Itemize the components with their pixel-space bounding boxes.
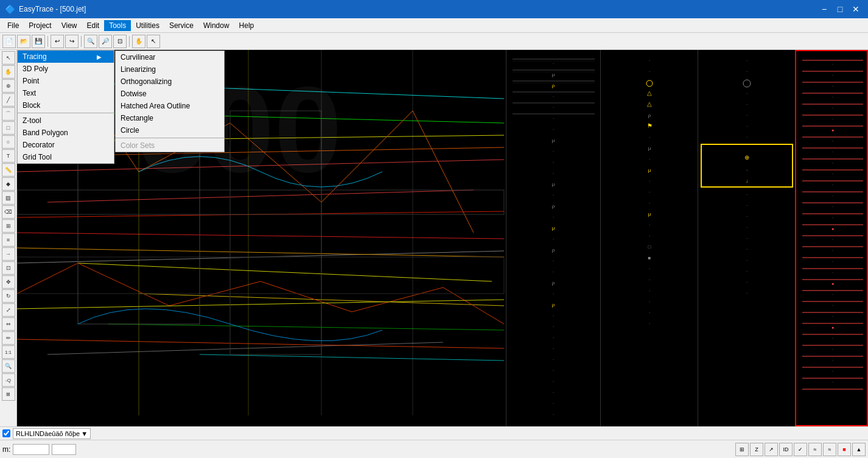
toolbar-zoom-in[interactable]: 🔍 [84, 35, 97, 48]
toolbar-select[interactable]: ↖ [147, 35, 160, 48]
menu-item-decorator[interactable]: Decorator [18, 139, 114, 151]
canvas-area[interactable]: 500 Tracing ▶ Curvilinear Linearizing Or… [17, 50, 506, 426]
bottom-icon-approx1[interactable]: ≈ [808, 443, 822, 456]
svg-text:△: △ [647, 90, 652, 96]
bottom-icon-z[interactable]: Z [750, 443, 763, 456]
menu-item-rectangle[interactable]: Rectangle [116, 112, 224, 124]
menu-utilities[interactable]: Utilities [131, 20, 164, 31]
tool-text[interactable]: T [2, 149, 15, 163]
toolbar-pan[interactable]: ✋ [132, 35, 145, 48]
svg-text:·: · [832, 84, 833, 88]
menu-window[interactable]: Window [198, 20, 234, 31]
tool-1to1[interactable]: 1:1 [2, 345, 15, 359]
svg-text:μ: μ [552, 138, 555, 143]
minimize-button[interactable]: − [817, 2, 831, 16]
close-button[interactable]: ✕ [849, 2, 863, 16]
menu-item-tracing[interactable]: Tracing ▶ Curvilinear Linearizing Orthog… [18, 51, 114, 63]
bottom-icon-square[interactable]: ■ [838, 443, 851, 456]
menu-item-ztool[interactable]: Z-tool [18, 114, 114, 127]
title-bar-controls[interactable]: − □ ✕ [817, 2, 863, 16]
tool-node[interactable]: ◆ [2, 177, 15, 191]
menu-service[interactable]: Service [164, 20, 198, 31]
bottom-icon-approx2[interactable]: ≈ [823, 443, 836, 456]
tool-line[interactable]: ╱ [2, 93, 15, 107]
menu-item-3dpoly[interactable]: 3D Poly [18, 63, 114, 75]
menu-item-orthogonalizing[interactable]: Orthogonalizing [116, 76, 224, 88]
tool-scale[interactable]: ⤢ [2, 303, 15, 317]
svg-text:·: · [553, 61, 554, 66]
svg-text:·: · [832, 62, 833, 66]
menu-item-linearizing[interactable]: Linearizing [116, 63, 224, 76]
toolbar-fit[interactable]: ⊡ [113, 35, 127, 48]
menu-edit[interactable]: Edit [82, 20, 105, 31]
dropdown-arrow-icon[interactable]: ▼ [81, 430, 88, 437]
status-dropdown[interactable]: RLHLINDàeûäõ ñõþe ▼ [13, 428, 91, 439]
svg-text:·: · [553, 346, 554, 351]
menu-item-block[interactable]: Block [18, 99, 114, 111]
menu-item-point[interactable]: Point [18, 75, 114, 87]
bottom-icon-arrow[interactable]: ↗ [765, 443, 778, 456]
tool-erase[interactable]: ⌫ [2, 205, 15, 219]
menu-item-circle[interactable]: Circle [116, 124, 224, 136]
menu-item-color-sets[interactable]: Color Sets [116, 139, 224, 152]
svg-text:·: · [553, 368, 554, 373]
tool-circle[interactable]: ○ [2, 135, 15, 149]
svg-text:·: · [832, 292, 833, 297]
svg-text:·: · [832, 150, 833, 154]
tool-zoomin2[interactable]: 🔍 [2, 359, 15, 373]
bottom-icon-id[interactable]: ID [779, 443, 793, 456]
tool-rotate[interactable]: ↻ [2, 289, 15, 303]
bottom-icon-check[interactable]: ✓ [794, 443, 807, 456]
tool-mirror[interactable]: ⇔ [2, 317, 15, 331]
menu-tools[interactable]: Tools [104, 20, 131, 31]
tool-zoom[interactable]: ⊕ [2, 79, 15, 93]
menu-item-text[interactable]: Text [18, 87, 114, 99]
menu-project[interactable]: Project [24, 20, 56, 31]
status-bar: RLHLINDàeûäõ ñõþe ▼ [0, 426, 868, 440]
tool-pen[interactable]: ✏ [2, 331, 15, 345]
svg-text:·: · [832, 347, 833, 351]
toolbar-save[interactable]: 💾 [32, 35, 45, 48]
status-checkbox[interactable] [2, 429, 10, 437]
tool-select2[interactable]: ⊡ [2, 261, 15, 275]
tool-measure[interactable]: 📏 [2, 163, 15, 177]
toolbar-zoom-out[interactable]: 🔎 [99, 35, 112, 48]
tool-layer[interactable]: ≡ [2, 233, 15, 247]
menu-item-dotwise[interactable]: Dotwise [116, 88, 224, 100]
svg-text:·: · [649, 233, 650, 239]
svg-text:·: · [746, 167, 747, 173]
bottom-icon-1[interactable]: ⊞ [735, 443, 749, 456]
tool-hand[interactable]: ✋ [2, 65, 15, 79]
tool-zoomout2[interactable]: -Q [2, 373, 15, 387]
tool-polyline[interactable]: ⌒ [2, 107, 15, 121]
zoom-field[interactable]: 9% [52, 444, 76, 455]
tool-rect[interactable]: □ [2, 121, 15, 135]
menu-item-gridtool[interactable]: Grid Tool [18, 151, 114, 163]
toolbar-open[interactable]: 📂 [17, 35, 30, 48]
tool-pointer[interactable]: ↖ [2, 51, 15, 65]
tool-fill[interactable]: ▨ [2, 191, 15, 205]
submenu-arrow: ▶ [97, 54, 102, 60]
svg-text:·: · [649, 58, 650, 63]
menu-item-hatched-area-outline[interactable]: Hatched Area Outline [116, 100, 224, 112]
tool-move[interactable]: ✥ [2, 275, 15, 289]
toolbar-undo[interactable]: ↩ [51, 35, 64, 48]
svg-text:·: · [553, 412, 554, 417]
coord-input[interactable] [13, 444, 49, 455]
main-content: ↖ ✋ ⊕ ╱ ⌒ □ ○ T 📏 ◆ ▨ ⌫ ⊞ ≡ → ⊡ ✥ ↻ ⤢ ⇔ … [0, 50, 868, 426]
menu-view[interactable]: View [57, 20, 82, 31]
svg-text:ρ: ρ [552, 83, 555, 88]
tool-zoomext[interactable]: ⊠ [2, 387, 15, 401]
toolbar-redo[interactable]: ↪ [65, 35, 79, 48]
bottom-icon-triangle[interactable]: ▲ [852, 443, 866, 456]
toolbar-new[interactable]: 📄 [2, 35, 16, 48]
svg-text:·: · [746, 69, 747, 74]
tool-snap[interactable]: ⊞ [2, 219, 15, 233]
menu-item-bandpolygon[interactable]: Band Polygon [18, 127, 114, 139]
menu-file[interactable]: File [2, 20, 24, 31]
menu-item-curvilinear[interactable]: Curvilinear [116, 51, 224, 63]
menu-help[interactable]: Help [234, 20, 259, 31]
svg-text:·: · [649, 135, 650, 140]
tool-arrow[interactable]: → [2, 247, 15, 261]
maximize-button[interactable]: □ [833, 2, 847, 16]
